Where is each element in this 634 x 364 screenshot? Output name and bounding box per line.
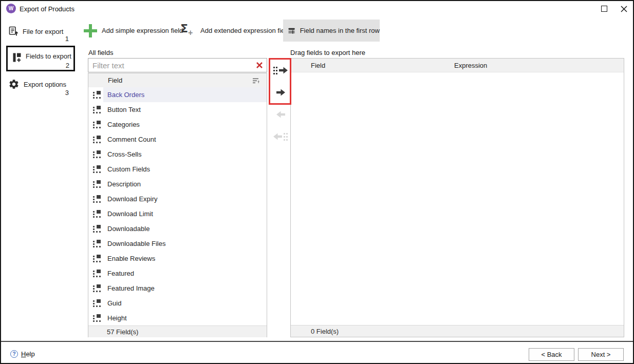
plus-icon bbox=[84, 24, 97, 37]
clear-x-icon bbox=[256, 62, 263, 69]
field-row[interactable]: Back Orders bbox=[88, 87, 267, 102]
sidebar-step-label: File for export bbox=[23, 28, 63, 35]
maximize-button[interactable] bbox=[596, 1, 612, 16]
close-icon bbox=[620, 5, 628, 13]
field-column-header: Field bbox=[311, 62, 325, 69]
export-fields-count: 0 Field(s) bbox=[291, 325, 624, 337]
sidebar-step-fields-to-export[interactable]: Fields to export 2 bbox=[6, 46, 75, 71]
arrow-right-icon bbox=[279, 67, 288, 74]
filter-box bbox=[88, 58, 267, 72]
field-row[interactable]: Comment Count bbox=[88, 132, 267, 147]
table-header-icon bbox=[288, 25, 295, 36]
drag-handle-icon[interactable] bbox=[93, 180, 102, 188]
fields-export-icon bbox=[12, 52, 22, 63]
field-names-first-row-label: Field names in the first row bbox=[300, 27, 380, 34]
sigma-plus-icon: Σ+ bbox=[180, 23, 196, 39]
arrow-left-icon bbox=[276, 111, 285, 118]
drag-handle-icon[interactable] bbox=[93, 165, 102, 174]
close-button[interactable] bbox=[616, 1, 632, 16]
window-title: Export of Products bbox=[20, 5, 74, 13]
clear-filter-button[interactable] bbox=[256, 62, 263, 70]
drag-fields-heading: Drag fields to export here bbox=[290, 49, 365, 56]
next-button[interactable]: Next > bbox=[578, 348, 624, 361]
arrow-right-icon bbox=[276, 89, 285, 96]
drag-handle-icon[interactable] bbox=[93, 314, 102, 322]
field-row[interactable]: Featured bbox=[88, 266, 267, 281]
field-row[interactable]: Guid bbox=[88, 296, 267, 311]
field-row[interactable]: Download Limit bbox=[88, 206, 267, 221]
sidebar-step-label: Fields to export bbox=[26, 52, 71, 60]
drag-handle-icon[interactable] bbox=[93, 240, 102, 248]
export-dialog-window: W Export of Products Add simple expressi… bbox=[0, 0, 634, 364]
field-column-header: Field bbox=[108, 76, 122, 84]
export-fields-table-header: Field Expression bbox=[291, 59, 624, 72]
woocommerce-logo-icon: W bbox=[6, 4, 16, 13]
drag-handle-icon[interactable] bbox=[93, 225, 102, 233]
drag-handle-icon[interactable] bbox=[93, 106, 102, 114]
export-fields-dropzone[interactable] bbox=[291, 72, 624, 325]
field-row[interactable]: Enable Reviews bbox=[88, 251, 267, 266]
field-row[interactable]: Downloadable Files bbox=[88, 236, 267, 251]
back-button[interactable]: < Back bbox=[529, 348, 574, 361]
expression-column-header: Expression bbox=[454, 62, 487, 69]
add-simple-expression-label: Add simple expression field bbox=[102, 27, 183, 34]
maximize-icon bbox=[601, 6, 607, 12]
drag-handle-icon[interactable] bbox=[93, 195, 102, 203]
arrow-left-icon bbox=[273, 133, 282, 140]
move-all-right-button[interactable] bbox=[273, 63, 288, 78]
drag-handle-icon[interactable] bbox=[93, 255, 102, 263]
file-export-icon bbox=[8, 26, 18, 36]
help-button[interactable]: ? Help bbox=[10, 350, 35, 358]
help-icon: ? bbox=[10, 350, 18, 358]
field-names-first-row-toggle[interactable]: Field names in the first row bbox=[283, 20, 380, 42]
step-number: 3 bbox=[54, 89, 69, 97]
field-row[interactable]: Button Text bbox=[88, 102, 267, 117]
drag-handle-icon[interactable] bbox=[93, 210, 102, 218]
field-row[interactable]: Description bbox=[88, 177, 267, 191]
step-number: 2 bbox=[66, 62, 69, 69]
move-all-left-button bbox=[273, 129, 288, 144]
drag-handle-icon[interactable] bbox=[93, 270, 102, 278]
drag-handle-icon[interactable] bbox=[93, 150, 102, 159]
help-label: Help bbox=[21, 350, 35, 358]
field-row[interactable]: Downloadable bbox=[88, 221, 267, 236]
sidebar-step-label: Export options bbox=[24, 81, 66, 88]
field-row[interactable]: Featured Image bbox=[88, 281, 267, 296]
drag-handle-icon[interactable] bbox=[93, 121, 102, 129]
titlebar: W Export of Products bbox=[1, 1, 633, 16]
filter-input[interactable] bbox=[88, 59, 243, 72]
field-row[interactable]: Download Expiry bbox=[88, 191, 267, 206]
drag-handle-icon[interactable] bbox=[93, 136, 102, 144]
step-number: 1 bbox=[54, 35, 69, 43]
drag-handle-icon[interactable] bbox=[93, 284, 102, 293]
export-fields-table: Field Expression 0 Field(s) bbox=[290, 58, 624, 337]
all-fields-table: Field Back Orders Button Text Categories… bbox=[88, 73, 267, 337]
footer-separator bbox=[1, 341, 633, 342]
add-extended-expression-label: Add extended expression field bbox=[200, 27, 290, 34]
gear-icon bbox=[8, 79, 20, 90]
move-selected-right-button[interactable] bbox=[273, 85, 288, 100]
add-simple-expression-button[interactable]: Add simple expression field bbox=[84, 20, 183, 42]
field-row[interactable]: Cross-Sells bbox=[88, 147, 267, 162]
all-fields-table-header[interactable]: Field bbox=[88, 73, 267, 87]
field-row[interactable]: Categories bbox=[88, 117, 267, 132]
all-fields-count: 57 Field(s) bbox=[88, 325, 267, 337]
add-extended-expression-button[interactable]: Σ+ Add extended expression field bbox=[180, 20, 290, 42]
field-row[interactable]: Custom Fields bbox=[88, 162, 267, 177]
all-fields-heading: All fields bbox=[88, 49, 113, 56]
sort-icon[interactable] bbox=[253, 78, 259, 85]
drag-handle-icon[interactable] bbox=[93, 91, 102, 99]
dots-icon bbox=[284, 133, 285, 141]
field-row[interactable]: Height bbox=[88, 311, 267, 325]
drag-handle-icon[interactable] bbox=[93, 299, 102, 308]
move-selected-left-button bbox=[273, 107, 288, 122]
dots-icon bbox=[276, 67, 277, 74]
